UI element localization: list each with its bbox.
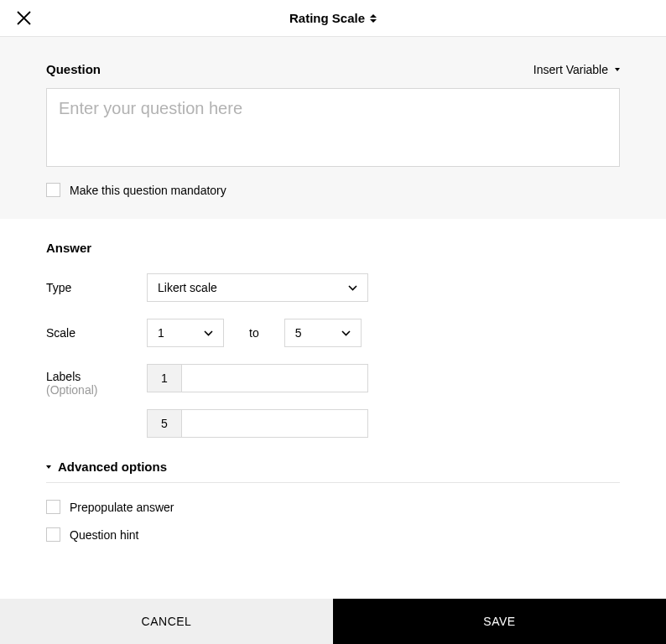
label-prefix: 1 — [148, 365, 182, 392]
modal-footer: CANCEL SAVE — [0, 599, 666, 644]
prepopulate-label: Prepopulate answer — [70, 501, 174, 514]
label-row: 1 — [147, 364, 368, 392]
divider — [46, 482, 620, 483]
header-title-text: Rating Scale — [289, 11, 365, 25]
scale-to-select[interactable]: 5 — [284, 319, 362, 347]
question-section: Question Insert Variable Make this quest… — [0, 37, 666, 219]
label-input-5[interactable] — [182, 410, 367, 437]
save-button[interactable]: SAVE — [333, 599, 666, 644]
question-type-selector[interactable]: Rating Scale — [289, 11, 377, 25]
type-select-value: Likert scale — [158, 281, 217, 294]
mandatory-checkbox[interactable] — [46, 183, 60, 197]
scale-label: Scale — [46, 326, 147, 340]
label-row: 5 — [147, 409, 368, 438]
type-select[interactable]: Likert scale — [147, 273, 368, 302]
answer-section-label: Answer — [46, 241, 620, 255]
cancel-button[interactable]: CANCEL — [0, 599, 333, 644]
prepopulate-checkbox[interactable] — [46, 500, 60, 514]
label-input-1[interactable] — [182, 365, 367, 392]
label-prefix: 5 — [148, 410, 182, 437]
modal-header: Rating Scale — [0, 0, 666, 37]
labels-sublabel: (Optional) — [46, 383, 147, 397]
labels-label-wrap: Labels (Optional) — [46, 364, 147, 397]
insert-variable-button[interactable]: Insert Variable — [533, 63, 620, 76]
question-hint-label: Question hint — [70, 528, 139, 542]
close-icon — [17, 11, 31, 25]
advanced-options-label: Advanced options — [58, 460, 167, 474]
scale-from-value: 1 — [158, 326, 164, 340]
mandatory-label: Make this question mandatory — [70, 184, 226, 197]
chevron-down-icon — [204, 330, 213, 336]
close-button[interactable] — [15, 10, 32, 27]
question-input[interactable] — [46, 88, 620, 167]
scale-to-value: 5 — [295, 326, 302, 340]
chevron-down-icon — [348, 285, 357, 291]
scale-from-select[interactable]: 1 — [147, 319, 224, 347]
advanced-options-toggle[interactable]: Advanced options — [46, 460, 620, 474]
question-section-label: Question — [46, 62, 101, 76]
labels-label: Labels — [46, 370, 81, 383]
sort-updown-icon — [370, 14, 377, 23]
chevron-down-icon — [341, 330, 351, 336]
caret-down-icon — [46, 465, 51, 469]
labels-stack: 1 5 — [147, 364, 368, 438]
type-label: Type — [46, 281, 147, 294]
question-hint-checkbox[interactable] — [46, 527, 60, 542]
answer-section: Answer Type Likert scale Scale 1 to 5 La… — [0, 219, 666, 567]
scale-to-word: to — [249, 326, 259, 340]
caret-down-icon — [615, 68, 620, 71]
insert-variable-label: Insert Variable — [533, 63, 608, 76]
